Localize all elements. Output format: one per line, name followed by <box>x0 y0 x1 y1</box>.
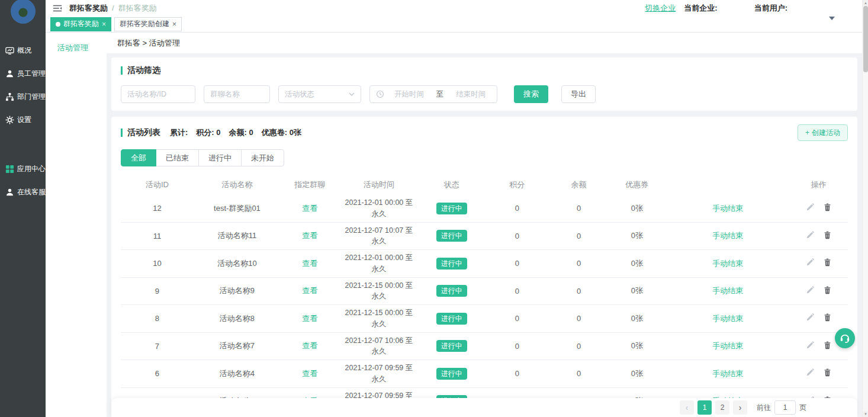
sidebar-item-label: 设置 <box>17 115 31 125</box>
table-row: 8 活动名称8 查看 2021-12-15 00:00 至永久 进行中 0 0 … <box>121 305 848 333</box>
summary-label: 累计: <box>170 127 188 138</box>
status-badge: 进行中 <box>436 368 467 380</box>
table-row: 11 活动名称11 查看 2021-12-07 10:07 至永久 进行中 0 … <box>121 222 848 250</box>
vertical-scrollbar[interactable]: ▲ ▼ <box>862 0 868 417</box>
goto-page-input[interactable] <box>774 400 796 415</box>
view-group-link[interactable]: 查看 <box>302 286 317 295</box>
delete-icon[interactable] <box>824 368 831 377</box>
avatar[interactable] <box>11 0 36 24</box>
status-tab-ended[interactable]: 已结束 <box>156 149 199 166</box>
view-group-link[interactable]: 查看 <box>302 369 317 378</box>
edit-icon[interactable] <box>806 313 814 322</box>
delete-icon[interactable] <box>824 313 831 322</box>
cell-activity-name: 活动名称11 <box>194 222 281 250</box>
customer-service-button[interactable] <box>835 328 855 348</box>
cell-activity-name: 活动名称9 <box>194 277 281 305</box>
cell-activity-name: 活动名称8 <box>194 305 281 333</box>
cell-balance: 0 <box>550 250 608 278</box>
table-row: 9 活动名称9 查看 2021-12-15 00:00 至永久 进行中 0 0 … <box>121 277 848 305</box>
sidebar-item-label: 在线客服 <box>17 187 46 197</box>
prev-page-button[interactable]: ‹ <box>680 400 694 415</box>
manual-end-link[interactable]: 手动结束 <box>712 286 743 295</box>
delete-icon[interactable] <box>824 286 831 294</box>
cell-activity-id: 12 <box>121 195 194 222</box>
activity-name-input[interactable]: 活动名称/ID <box>121 85 195 103</box>
scrollbar-thumb[interactable] <box>863 6 868 72</box>
tab-group-reward-create[interactable]: 群拓客奖励创建 × <box>114 17 182 31</box>
sidebar-item-online-service[interactable]: 在线客服 <box>0 181 46 204</box>
sidebar-item-label: 部门管理 <box>17 92 46 102</box>
status-tab-all[interactable]: 全部 <box>121 149 156 166</box>
submenu-item-activity-management[interactable]: 活动管理 <box>46 33 107 53</box>
search-button[interactable]: 搜索 <box>514 85 548 103</box>
breadcrumb-separator: / <box>112 4 114 12</box>
switch-company-link[interactable]: 切换企业 <box>645 3 676 14</box>
cell-coupons: 0张 <box>608 360 666 388</box>
delete-icon[interactable] <box>824 258 831 267</box>
cell-coupons: 0张 <box>608 195 666 222</box>
edit-icon[interactable] <box>806 341 814 349</box>
page-title: 群拓客 > 活动管理 <box>107 33 862 53</box>
close-icon[interactable]: × <box>172 20 176 28</box>
group-name-input[interactable]: 群聊名称 <box>204 85 270 103</box>
view-group-link[interactable]: 查看 <box>302 231 317 240</box>
close-icon[interactable]: × <box>102 20 106 28</box>
sidebar-item-app-center[interactable]: 应用中心 <box>0 158 46 181</box>
user-dropdown-caret-icon[interactable] <box>829 17 835 23</box>
sidebar-item-label: 应用中心 <box>17 164 46 174</box>
manual-end-link[interactable]: 手动结束 <box>712 259 743 268</box>
edit-icon[interactable] <box>806 286 814 294</box>
view-group-link[interactable]: 查看 <box>302 341 317 350</box>
create-activity-label: 创建活动 <box>812 128 840 138</box>
table-row: 12 test-群奖励01 查看 2021-12-01 00:00 至永久 进行… <box>121 195 848 222</box>
scroll-up-icon[interactable]: ▲ <box>863 0 868 6</box>
sidebar-item-department[interactable]: 部门管理 <box>0 85 46 108</box>
page-button-1[interactable]: 1 <box>697 400 712 415</box>
next-page-button[interactable]: › <box>733 400 747 415</box>
cell-activity-name: 活动名称10 <box>194 250 281 278</box>
col-header-status: 状态 <box>419 175 484 195</box>
cell-points: 0 <box>484 305 550 333</box>
current-user-label: 当前用户: <box>754 3 787 14</box>
sub-sidebar: 活动管理 <box>46 33 107 417</box>
status-badge: 进行中 <box>436 258 467 270</box>
activity-table: 活动ID 活动名称 指定群聊 活动时间 状态 积分 余额 优惠券 操作 12 t… <box>121 175 848 415</box>
cell-coupons: 0张 <box>608 305 666 333</box>
edit-icon[interactable] <box>806 203 814 211</box>
sidebar-item-staff[interactable]: 员工管理 <box>0 62 46 85</box>
status-tab-not-started[interactable]: 未开始 <box>241 149 284 166</box>
delete-icon[interactable] <box>824 341 831 349</box>
view-group-link[interactable]: 查看 <box>302 204 317 213</box>
col-header-points: 积分 <box>484 175 550 195</box>
status-tab-ongoing[interactable]: 进行中 <box>198 149 242 166</box>
export-button[interactable]: 导出 <box>561 85 596 103</box>
create-activity-button[interactable]: + 创建活动 <box>798 124 848 141</box>
edit-icon[interactable] <box>806 231 814 239</box>
view-group-link[interactable]: 查看 <box>302 314 317 323</box>
sidebar-item-overview[interactable]: 概况 <box>0 39 46 62</box>
current-company-label: 当前企业: <box>684 3 717 14</box>
date-range-picker[interactable]: 开始时间 至 结束时间 <box>369 85 497 103</box>
hamburger-icon[interactable] <box>53 4 62 12</box>
edit-icon[interactable] <box>806 258 814 267</box>
edit-icon[interactable] <box>806 368 814 377</box>
status-filter-tabs: 全部 已结束 进行中 未开始 <box>121 149 848 166</box>
manual-end-link[interactable]: 手动结束 <box>712 314 743 323</box>
manual-end-link[interactable]: 手动结束 <box>712 204 743 213</box>
goto-label: 前往 <box>757 403 771 413</box>
breadcrumb-section[interactable]: 群拓客奖励 <box>69 3 108 14</box>
view-group-link[interactable]: 查看 <box>302 259 317 268</box>
manual-end-link[interactable]: 手动结束 <box>712 231 743 240</box>
manual-end-link[interactable]: 手动结束 <box>712 369 743 378</box>
tab-group-reward[interactable]: 群拓客奖励 × <box>50 17 111 31</box>
page-button-2[interactable]: 2 <box>715 400 729 415</box>
manual-end-link[interactable]: 手动结束 <box>712 341 743 350</box>
cell-activity-name: 活动名称7 <box>194 332 281 360</box>
activity-status-select[interactable]: 活动状态 <box>278 85 361 103</box>
plus-icon: + <box>805 129 809 137</box>
delete-icon[interactable] <box>824 203 831 211</box>
cell-activity-time: 2021-12-01 00:00 至永久 <box>339 250 419 278</box>
sidebar-item-settings[interactable]: 设置 <box>0 108 46 131</box>
scroll-down-icon[interactable]: ▼ <box>863 411 868 417</box>
delete-icon[interactable] <box>824 231 831 239</box>
